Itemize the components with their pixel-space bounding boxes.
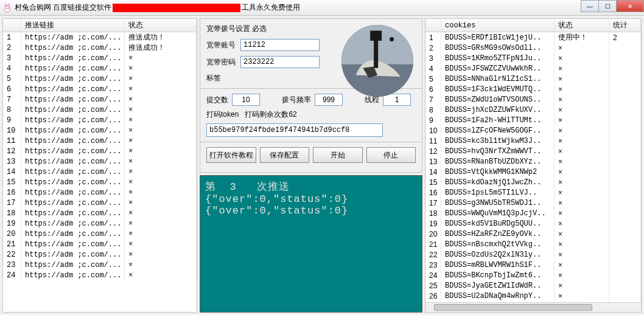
account-input[interactable] (240, 39, 320, 51)
table-row[interactable]: 23https://adm ;c.com/...× (3, 260, 197, 270)
dial-freq-input[interactable] (315, 94, 343, 106)
table-row[interactable]: 18BDUSS=WWQuVmM1Q3pJcjV..× (425, 208, 641, 218)
table-row[interactable]: 19https://adm ;c.com/...× (3, 218, 197, 229)
header-status2[interactable]: 状态 (555, 19, 609, 32)
avatar-image (341, 25, 413, 97)
table-row[interactable]: 12BDUSS=hvQ3NrTXZmWWVT..× (425, 146, 641, 156)
table-row[interactable]: 21https://adm ;c.com/...× (3, 239, 197, 249)
window-titlebar: 村兔合购网 百度链接提交软件 工具永久免费使用 — ☐ ✕ (0, 0, 644, 16)
header-stats[interactable]: 统计 (609, 19, 641, 32)
table-row[interactable]: 26BDUSS=U2aDNaQm4wRnpY..× (425, 291, 641, 301)
table-row[interactable]: 1BDUSS=ERDflBIcW1jejU..使用中！2 (425, 32, 641, 43)
token-input[interactable] (206, 123, 383, 137)
table-row[interactable]: 12https://adm ;c.com/...× (3, 146, 197, 156)
account-label: 宽带账号 (206, 40, 240, 50)
password-label: 宽带密码 (206, 57, 240, 68)
links-rows[interactable]: 1https://adm ;c.com/...推送成功！2https://adm… (3, 32, 197, 312)
table-row[interactable]: 16BDUSS=1psL5mSTI1LVJ..× (425, 187, 641, 198)
table-row[interactable]: 3BDUSS=1KRmo5ZTFpN1Ju..× (425, 53, 641, 63)
token-label: 打码token (206, 110, 239, 119)
svg-point-9 (390, 37, 394, 41)
cookies-rows[interactable]: 1BDUSS=ERDflBIcW1jejU..使用中！22BDUSS=GRsMG… (425, 32, 641, 302)
svg-rect-7 (374, 38, 378, 68)
thread-input[interactable] (383, 94, 411, 106)
table-row[interactable]: 24https://adm ;c.com/...× (3, 270, 197, 280)
table-row[interactable]: 6https://adm ;c.com/...× (3, 84, 197, 94)
table-row[interactable]: 13BDUSS=RNanBTbUZDbXYz..× (425, 156, 641, 167)
table-row[interactable]: 9BDUSS=1Fa2h-WHlTTUMt..× (425, 115, 641, 125)
table-row[interactable]: 20BDUSS=HZaRFZnZE9yOVk..× (425, 229, 641, 239)
tag-label: 标签 (206, 73, 240, 83)
table-row[interactable]: 10https://adm ;c.com/...× (3, 125, 197, 136)
table-row[interactable]: 7https://adm ;c.com/...× (3, 94, 197, 105)
table-row[interactable]: 4BDUSS=JFSWZCZVUwWkhR..× (425, 63, 641, 74)
table-row[interactable]: 18https://adm ;c.com/...× (3, 208, 197, 218)
table-row[interactable]: 8https://adm ;c.com/...× (3, 105, 197, 115)
log-console[interactable]: 第 3 次推送 {"over":0,"status":0} {"over":0,… (200, 175, 422, 313)
stop-button[interactable]: 停止 (366, 147, 416, 163)
start-button[interactable]: 开始 (313, 147, 363, 163)
table-row[interactable]: 13https://adm ;c.com/...× (3, 156, 197, 167)
table-row[interactable]: 6BDUSS=1F3ck1WdEVMUTQ..× (425, 84, 641, 94)
table-row[interactable]: 15BDUSS=kdOazNjQ1JwcZh..× (425, 177, 641, 187)
scrollbar-thumb[interactable] (434, 304, 592, 311)
table-row[interactable]: 2https://adm ;c.com/...推送成功！ (3, 43, 197, 53)
close-button[interactable]: ✕ (616, 0, 644, 12)
table-row[interactable]: 25BDUSS=JyaGEtZW1IdWdR..× (425, 280, 641, 291)
table-row[interactable]: 15https://adm ;c.com/...× (3, 177, 197, 187)
links-panel: 推送链接 状态 1https://adm ;c.com/...推送成功！2htt… (2, 18, 197, 313)
table-row[interactable]: 2BDUSS=GRsMG9sOWsOdll..× (425, 43, 641, 53)
links-header: 推送链接 状态 (3, 19, 197, 32)
table-row[interactable]: 5BDUSS=NNhaGlrNlZ1cS1..× (425, 74, 641, 84)
horizontal-scrollbar[interactable] (425, 302, 641, 312)
svg-point-1 (5, 4, 6, 7)
table-row[interactable]: 7BDUSS=ZWdU1oWTVSOUNS..× (425, 94, 641, 105)
submit-count-input[interactable] (232, 94, 260, 106)
password-input[interactable] (240, 56, 320, 68)
svg-rect-8 (370, 30, 382, 41)
table-row[interactable]: 21BDUSS=nBscmxhQ2tVVkg..× (425, 239, 641, 249)
svg-point-3 (6, 8, 7, 9)
svg-point-4 (8, 8, 9, 9)
table-row[interactable]: 24BDUSS=BKcnpTbjIwZmt6..× (425, 270, 641, 280)
maximize-button[interactable]: ☐ (598, 0, 617, 12)
center-panel: 宽带拨号设置 必选 宽带账号 宽带密码 标签 (200, 18, 422, 313)
header-cookies[interactable]: cookies (441, 19, 555, 32)
title-suffix: 工具永久免费使用 (242, 2, 300, 13)
table-row[interactable]: 22https://adm ;c.com/...× (3, 249, 197, 260)
table-row[interactable]: 4https://adm ;c.com/...× (3, 63, 197, 74)
dial-settings-group: 宽带拨号设置 必选 宽带账号 宽带密码 标签 (200, 18, 422, 173)
header-status[interactable]: 状态 (125, 19, 197, 32)
table-row[interactable]: 17BDUSS=g3NWU5bTR5WDJ1..× (425, 198, 641, 208)
table-row[interactable]: 11https://adm ;c.com/...× (3, 136, 197, 146)
table-row[interactable]: 11BDUSS=kc3bl1tWjkwM3J..× (425, 136, 641, 146)
table-row[interactable]: 10BDUSS=lZFcOFNeW5GOGF..× (425, 125, 641, 136)
table-row[interactable]: 14BDUSS=VtQkkWMMG1KNWp2× (425, 167, 641, 177)
table-row[interactable]: 23BDUSS=mRBLWVMRW1hS1F..× (425, 260, 641, 270)
table-row[interactable]: 22BDUSS=OzdUs2Q2xlN3ly..× (425, 249, 641, 260)
save-config-button[interactable]: 保存配置 (260, 147, 310, 163)
cookies-panel: cookies 状态 统计 1BDUSS=ERDflBIcW1jejU..使用中… (425, 18, 642, 313)
table-row[interactable]: 19BDUSS=kd5V1BuRDg5QUU..× (425, 218, 641, 229)
minimize-button[interactable]: — (581, 0, 599, 12)
table-row[interactable]: 14https://adm ;c.com/...× (3, 167, 197, 177)
title-prefix: 村兔合购网 百度链接提交软件 (15, 2, 111, 13)
tutorial-button[interactable]: 打开软件教程 (206, 147, 256, 163)
table-row[interactable]: 20https://adm ;c.com/...× (3, 229, 197, 239)
title-redacted (113, 4, 240, 12)
app-icon (2, 3, 12, 13)
header-link[interactable]: 推送链接 (21, 19, 125, 32)
dial-freq-label: 拨号频率 (282, 95, 311, 105)
table-row[interactable]: 1https://adm ;c.com/...推送成功！ (3, 32, 197, 43)
table-row[interactable]: 17https://adm ;c.com/...× (3, 198, 197, 208)
table-row[interactable]: 8BDUSS=jhXcDZZUWFkUXV..× (425, 105, 641, 115)
table-row[interactable]: 9https://adm ;c.com/...× (3, 115, 197, 125)
svg-point-2 (8, 4, 9, 7)
table-row[interactable]: 16https://adm ;c.com/...× (3, 187, 197, 198)
cookies-header: cookies 状态 统计 (425, 19, 641, 32)
table-row[interactable]: 5https://adm ;c.com/...× (3, 74, 197, 84)
table-row[interactable]: 3https://adm ;c.com/...× (3, 53, 197, 63)
token-remain: 打码剩余次数62 (245, 110, 296, 119)
submit-count-label: 提交数 (206, 95, 228, 105)
